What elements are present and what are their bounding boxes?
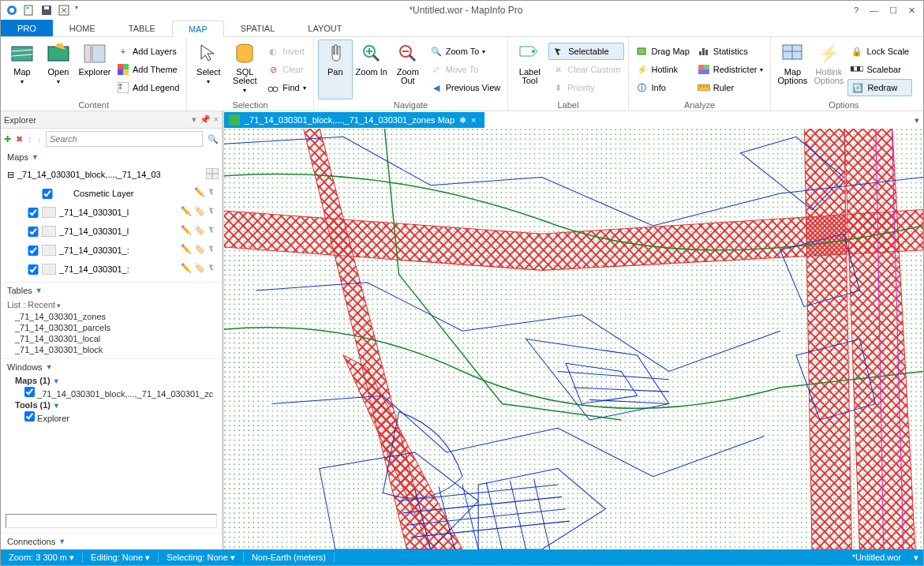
tab-map[interactable]: MAP	[172, 21, 224, 37]
sql-select-button[interactable]: SQL Select▾	[227, 39, 262, 99]
layer-select-icon[interactable]	[208, 244, 219, 257]
explorer-dropdown-icon[interactable]: ▾	[192, 114, 196, 125]
pencil-icon[interactable]: ✏️	[181, 225, 192, 238]
add-theme-button[interactable]: Add Theme	[114, 61, 182, 78]
explorer-tool-delete-icon[interactable]: ✖	[16, 134, 23, 144]
label-tool-button[interactable]: Label Tool	[512, 39, 547, 99]
layer-name[interactable]: _71_14_030301_:	[59, 264, 178, 274]
minimize-button[interactable]: —	[870, 6, 878, 16]
qat-close-icon[interactable]	[58, 4, 70, 17]
table-item[interactable]: _71_14_030301_block	[1, 344, 222, 355]
zoom-in-button[interactable]: Zoom In	[354, 39, 389, 99]
label-tag-icon[interactable]: 🏷️	[194, 244, 205, 257]
tab-dropdown-icon[interactable]: ▾	[911, 115, 923, 126]
help-button[interactable]: ?	[854, 6, 859, 16]
clear-button[interactable]: ⊘Clear	[264, 61, 309, 78]
lock-scale-button[interactable]: 🔒Lock Scale	[847, 43, 912, 60]
qat-new-icon[interactable]	[23, 4, 36, 17]
maximize-button[interactable]: ☐	[889, 6, 897, 16]
layer-select-icon[interactable]	[208, 187, 219, 200]
maps-section[interactable]: Maps▼	[1, 149, 222, 165]
close-button[interactable]: ✕	[908, 6, 915, 16]
explorer-button[interactable]: Explorer	[77, 39, 112, 99]
tree-collapse-icon[interactable]: ⊟	[7, 170, 14, 180]
label-tag-icon[interactable]: 🏷️	[194, 263, 205, 276]
scalebar-button[interactable]: Scalebar	[847, 61, 912, 78]
status-editing[interactable]: Editing: None ▾	[83, 553, 159, 563]
status-dropdown-icon[interactable]: ▾	[909, 553, 923, 563]
move-to-button[interactable]: ⤢Move To	[427, 61, 504, 78]
layer-select-icon[interactable]	[208, 263, 219, 276]
redistricter-button[interactable]: Redistricter ▾	[694, 61, 767, 78]
selectable-button[interactable]: Selectable	[548, 43, 623, 60]
window-checkbox[interactable]	[24, 387, 35, 397]
map-options-button[interactable]: Map Options	[775, 39, 810, 99]
tab-pro[interactable]: PRO	[1, 20, 53, 36]
find-button[interactable]: Find ▾	[264, 79, 309, 96]
map-button[interactable]: Map▾	[5, 39, 39, 99]
priority-button[interactable]: ⬍Priority	[548, 79, 623, 96]
pencil-icon[interactable]: ✏️	[194, 187, 205, 200]
pencil-icon[interactable]: ✏️	[181, 263, 192, 276]
layer-name[interactable]: _71_14_030301_l	[59, 227, 178, 236]
drag-map-button[interactable]: Drag Map	[633, 43, 693, 60]
qat-save-icon[interactable]	[40, 4, 53, 17]
top-layer-name[interactable]: _71_14_030301_block,...,_71_14_03	[17, 170, 203, 179]
cosmetic-layer-name[interactable]: Cosmetic Layer	[73, 189, 191, 198]
previous-view-button[interactable]: ◀Previous View	[427, 79, 504, 96]
status-projection[interactable]: Non-Earth (meters)	[244, 553, 335, 562]
cosmetic-visible-checkbox[interactable]	[42, 189, 53, 199]
explorer-close-icon[interactable]: ×	[214, 114, 219, 125]
connections-section[interactable]: Connections▼	[1, 534, 222, 549]
pencil-icon[interactable]: ✏️	[181, 244, 192, 257]
hotlink-button[interactable]: ⚡Hotlink	[633, 61, 693, 78]
layer-name[interactable]: _71_14_030301_l	[59, 208, 178, 217]
table-item[interactable]: _71_14_030301_parcels	[1, 322, 222, 333]
tab-spatial[interactable]: SPATIAL	[224, 20, 292, 36]
status-selecting[interactable]: Selecting: None ▾	[159, 553, 244, 563]
ruler-button[interactable]: Ruler	[694, 79, 767, 96]
tab-home[interactable]: HOME	[53, 20, 112, 36]
tab-table[interactable]: TABLE	[112, 20, 172, 36]
tools-count[interactable]: Tools (1)	[15, 400, 51, 410]
label-tag-icon[interactable]: 🏷️	[194, 206, 205, 219]
layer-checkbox[interactable]	[28, 246, 39, 256]
explorer-tool-down-icon[interactable]: ↓	[37, 134, 42, 144]
status-zoom[interactable]: Zoom: 3 300 m ▾	[1, 553, 83, 563]
pin-icon[interactable]: 📌	[200, 114, 211, 125]
select-button[interactable]: Select▾	[191, 39, 226, 99]
info-button[interactable]: ⓘInfo	[633, 79, 693, 96]
map-tab-close-icon[interactable]: ×	[471, 115, 476, 125]
table-item[interactable]: _71_14_030301_local	[1, 333, 222, 344]
map-canvas[interactable]	[224, 129, 923, 549]
map-document-tab[interactable]: _71_14_030301_block,...,_71_14_030301_zo…	[224, 112, 484, 128]
search-input[interactable]	[46, 131, 203, 147]
table-item[interactable]: _71_14_030301_zones	[1, 311, 222, 322]
layer-select-icon[interactable]	[208, 206, 219, 219]
pan-button[interactable]: Pan	[318, 39, 353, 99]
window-item[interactable]: _71_14_030301_block,...,_71_14_030301_zc	[37, 389, 213, 399]
hotlink-options-button[interactable]: ⚡ Hotlink Options	[811, 39, 846, 99]
layer-style-icon[interactable]	[206, 168, 219, 181]
maps-count[interactable]: Maps (1)	[15, 376, 51, 385]
tab-layout[interactable]: LAYOUT	[291, 20, 358, 36]
invert-button[interactable]: ◐Invert	[264, 43, 309, 60]
tool-checkbox[interactable]	[24, 411, 35, 422]
explorer-tool-add-icon[interactable]: ✚	[4, 134, 11, 144]
label-tag-icon[interactable]: 🏷️	[194, 225, 205, 238]
pencil-icon[interactable]: ✏️	[181, 206, 192, 219]
layer-select-icon[interactable]	[208, 225, 219, 238]
open-button[interactable]: Open▾	[41, 39, 76, 99]
add-legend-button[interactable]: Add Legend	[114, 79, 182, 96]
zoom-to-button[interactable]: 🔍Zoom To ▾	[427, 43, 504, 60]
add-layers-button[interactable]: +Add Layers	[114, 43, 182, 60]
layer-checkbox[interactable]	[28, 227, 39, 237]
statistics-button[interactable]: Statistics	[694, 43, 767, 60]
tool-item[interactable]: Explorer	[37, 414, 69, 423]
tables-section[interactable]: Tables▼	[1, 283, 222, 298]
layer-name[interactable]: _71_14_030301_:	[59, 246, 178, 255]
list-recent[interactable]: List : Recent	[1, 298, 222, 311]
zoom-out-button[interactable]: Zoom Out	[391, 39, 425, 99]
search-icon[interactable]: 🔍	[208, 134, 219, 144]
layer-checkbox[interactable]	[28, 264, 39, 275]
